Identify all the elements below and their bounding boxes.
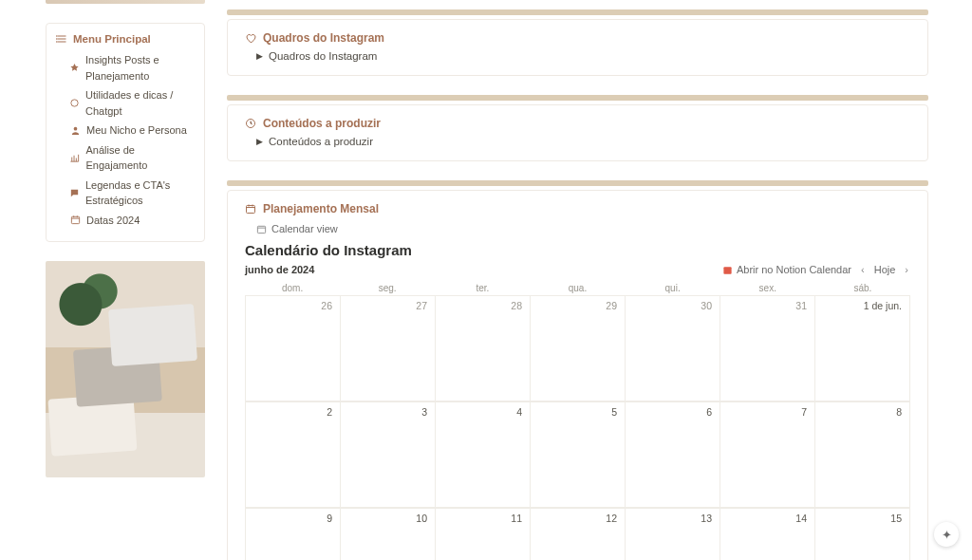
- calendar-dow: qui.: [626, 283, 720, 293]
- clock-icon: [245, 118, 256, 129]
- calendar-prev-button[interactable]: ‹: [859, 264, 867, 275]
- sidebar-item[interactable]: Legendas e CTA's Estratégicos: [56, 176, 195, 211]
- calendar-day-number: 2: [327, 406, 332, 418]
- sidebar-item-label: Legendas e CTA's Estratégicos: [85, 177, 195, 209]
- calendar-cell[interactable]: 7: [720, 401, 815, 508]
- card-quadros: Quadros do Instagram ▶ Quadros do Instag…: [227, 19, 928, 76]
- calendar-cell[interactable]: 4: [436, 401, 531, 508]
- calendar-cell[interactable]: 31: [720, 295, 815, 401]
- calendar-dow: ter.: [435, 283, 530, 293]
- calendar-day-number: 28: [511, 300, 522, 311]
- calendar-day-number: 11: [511, 513, 522, 524]
- heart-icon: [245, 32, 256, 44]
- calendar-dow: sáb.: [815, 283, 910, 293]
- calendar-month-label: junho de 2024: [245, 264, 314, 275]
- calendar-day-number: 7: [801, 406, 807, 418]
- sidebar-item[interactable]: Datas 2024: [56, 211, 195, 231]
- section-divider: [227, 95, 928, 101]
- calendar-day-number: 12: [606, 513, 617, 524]
- toggle-quadros-label: Quadros do Instagram: [269, 50, 377, 62]
- sidebar: Menu Principal Insights Posts e Planejam…: [0, 0, 206, 560]
- svg-point-2: [56, 41, 58, 43]
- card-produzir-title: Conteúdos a produzir: [263, 117, 381, 130]
- svg-rect-5: [71, 217, 79, 224]
- calendar-next-button[interactable]: ›: [903, 264, 910, 275]
- calendar-day-number: 9: [327, 513, 332, 524]
- calendar-day-number: 1 de jun.: [864, 300, 902, 311]
- menu-principal-box: Menu Principal Insights Posts e Planejam…: [46, 23, 205, 242]
- svg-point-3: [71, 100, 78, 106]
- calendar-grid: 2627282930311 de jun.2345678910111213141…: [245, 295, 910, 560]
- calendar-icon: [69, 215, 81, 225]
- svg-rect-8: [257, 226, 265, 233]
- card-quadros-title: Quadros do Instagram: [263, 31, 384, 45]
- calendar-mini-icon: [256, 224, 267, 234]
- svg-point-4: [73, 127, 77, 131]
- calendar-cell[interactable]: 3: [341, 401, 436, 508]
- calendar-cell[interactable]: 10: [341, 508, 436, 560]
- calendar-cell[interactable]: 14: [720, 508, 815, 560]
- calendar-day-number: 10: [416, 513, 427, 524]
- toggle-quadros[interactable]: ▶ Quadros do Instagram: [245, 50, 910, 62]
- calendar-cell[interactable]: 5: [531, 401, 626, 508]
- list-icon: [56, 33, 67, 45]
- calendar-day-number: 15: [890, 513, 902, 524]
- calendar-cell[interactable]: 1 de jun.: [815, 295, 910, 401]
- sidebar-item-label: Meu Nicho e Persona: [86, 122, 187, 139]
- svg-point-1: [56, 38, 58, 40]
- pin-icon: [69, 63, 80, 73]
- calendar-cell[interactable]: 28: [436, 295, 531, 401]
- calendar-today-button[interactable]: Hoje: [874, 264, 896, 275]
- sidebar-aesthetic-image: [46, 261, 205, 477]
- calendar-cell[interactable]: 13: [626, 508, 720, 560]
- calendar-dow: sex.: [720, 283, 815, 293]
- calendar-cell[interactable]: 9: [246, 508, 341, 560]
- card-produzir: Conteúdos a produzir ▶ Conteúdos a produ…: [227, 104, 928, 161]
- calendar-cell[interactable]: 2: [246, 401, 341, 508]
- calendar-cell[interactable]: 29: [531, 295, 626, 401]
- calendar-cell[interactable]: 15: [815, 508, 910, 560]
- ai-fab-button[interactable]: ✦: [934, 522, 959, 547]
- calendar-day-number: 26: [321, 300, 332, 311]
- sidebar-item[interactable]: Insights Posts e Planejamento: [56, 50, 195, 85]
- calendar-cell[interactable]: 6: [626, 401, 720, 508]
- sidebar-item[interactable]: Utilidades e dicas / Chatgpt: [56, 85, 195, 121]
- card-planejamento: Planejamento Mensal Calendar view Calend…: [227, 190, 928, 560]
- toggle-produzir[interactable]: ▶ Conteúdos a produzir: [245, 136, 910, 147]
- section-divider: [227, 180, 928, 186]
- calendar-dow: seg.: [340, 283, 435, 293]
- sidebar-item-label: Insights Posts e Planejamento: [85, 52, 195, 84]
- main: Quadros do Instagram ▶ Quadros do Instag…: [206, 0, 972, 560]
- svg-point-0: [56, 35, 58, 37]
- calendar-view-tab[interactable]: Calendar view: [245, 221, 910, 242]
- calendar-day-number: 31: [795, 300, 807, 311]
- caret-right-icon: ▶: [256, 51, 263, 61]
- section-divider: [227, 9, 928, 15]
- calendar-cell[interactable]: 12: [531, 508, 626, 560]
- calendar-day-number: 27: [416, 300, 427, 311]
- sidebar-item-label: Datas 2024: [86, 213, 140, 229]
- calendar-dow: dom.: [245, 283, 340, 293]
- calendar-day-number: 6: [706, 406, 712, 418]
- calendar-cell[interactable]: 11: [436, 508, 531, 560]
- calendar-cell[interactable]: 8: [815, 401, 910, 508]
- toggle-produzir-label: Conteúdos a produzir: [269, 136, 373, 147]
- sidebar-item[interactable]: Meu Nicho e Persona: [56, 121, 195, 140]
- calendar-day-number: 3: [421, 406, 427, 418]
- card-plan-title: Planejamento Mensal: [263, 202, 379, 215]
- calendar-cell[interactable]: 30: [626, 295, 720, 401]
- calendar-dow-row: dom.seg.ter.qua.qui.sex.sáb.: [245, 281, 910, 295]
- open-notion-calendar-label: Abrir no Notion Calendar: [737, 264, 851, 275]
- calendar-cell[interactable]: 26: [246, 295, 341, 401]
- chart-icon: [69, 153, 81, 163]
- sidebar-item-label: Análise de Engajamento: [86, 142, 195, 174]
- person-icon: [69, 125, 81, 136]
- open-notion-calendar-button[interactable]: Abrir no Notion Calendar: [722, 264, 851, 275]
- calendar-day-number: 30: [701, 300, 712, 311]
- sidebar-item[interactable]: Análise de Engajamento: [56, 140, 195, 176]
- calendar-view-label: Calendar view: [271, 223, 338, 234]
- calendar-heading: Calendário do Instagram: [245, 242, 910, 258]
- calendar-cell[interactable]: 27: [341, 295, 436, 401]
- svg-rect-7: [247, 206, 255, 214]
- caret-right-icon: ▶: [256, 137, 263, 146]
